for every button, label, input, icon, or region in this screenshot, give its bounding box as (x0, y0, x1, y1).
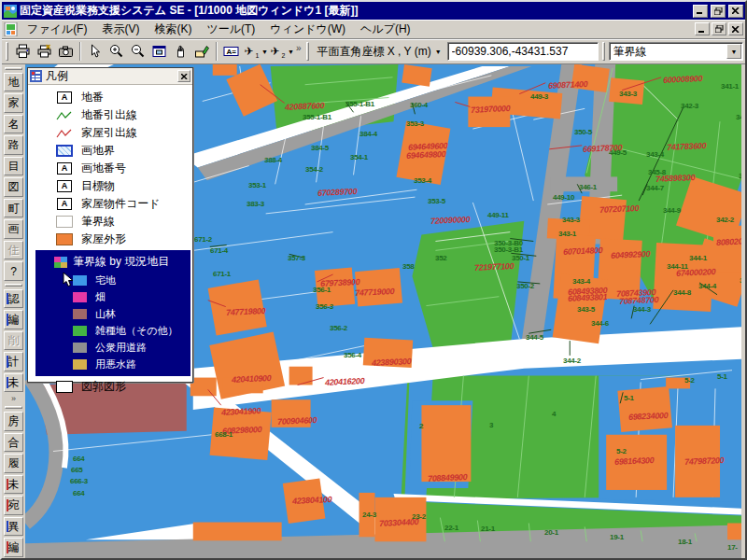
sidebar-button-2-5[interactable]: 異 (4, 517, 23, 537)
minimize-button[interactable] (693, 5, 708, 18)
toolbar-button-fly-to-2[interactable]: ✈2 (268, 41, 289, 62)
legend-item-8[interactable]: 家屋外形 (28, 231, 192, 248)
close-button[interactable] (728, 5, 743, 18)
sidebar-button-2-1[interactable]: 合 (4, 433, 23, 453)
sidebar-button-1-4[interactable]: 未 (4, 373, 23, 393)
menu-item-2[interactable]: 検索(K) (147, 20, 199, 39)
legend-title-bar[interactable]: 凡例 (28, 68, 192, 85)
legend-body: A地番地番引出線家屋引出線画地界A画地番号A目標物A家屋物件コード筆界線家屋外形… (28, 85, 192, 396)
toolbar-button-zoom-in[interactable] (106, 41, 127, 62)
menu-item-5[interactable]: ヘルプ(H) (353, 20, 418, 39)
toolbar-button-fly-to-1[interactable]: ✈1 (242, 41, 263, 62)
map-label: 343-4 (646, 150, 664, 159)
menu-item-1[interactable]: 表示(V) (94, 20, 147, 39)
legend-item-1[interactable]: 地番引出線 (28, 106, 192, 124)
toolbar-button-pan-hand[interactable] (170, 41, 191, 62)
sidebar-button-0-3[interactable]: 路 (4, 135, 23, 155)
restore-button[interactable] (711, 5, 726, 18)
coord-system-dropdown-icon[interactable]: ▼ (435, 49, 442, 55)
menu-item-4[interactable]: ウィンドウ(W) (262, 20, 353, 39)
layer-combobox-arrow-icon[interactable]: ▼ (726, 44, 741, 59)
sidebar-button-0-2[interactable]: 名 (4, 115, 23, 134)
sublegend-entry-3[interactable]: 雑種地（その他） (35, 322, 190, 339)
mdi-restore-button[interactable] (712, 22, 726, 35)
layer-combobox-value: 筆界線 (610, 44, 726, 60)
zigzag-green-icon (56, 109, 73, 121)
mdi-close-button[interactable] (728, 22, 743, 35)
map-viewport[interactable]: 420887600355-1-B1355-1-B1360-4384-4384-5… (25, 64, 745, 558)
legend-list-icon (30, 70, 42, 82)
map-label: 5-2 (684, 376, 695, 385)
coord-value-field[interactable] (447, 42, 599, 61)
toolbar-buttons: A=✈1▼✈2▼ (12, 41, 294, 62)
sidebar-grip[interactable] (5, 284, 22, 287)
coord-panel-grip[interactable] (306, 42, 309, 61)
sublegend-header[interactable]: 筆界線 by 現況地目 (35, 252, 190, 272)
sidebar-button-0-6[interactable]: 町 (4, 199, 23, 218)
toolbar-button-select-arrow[interactable] (84, 41, 106, 62)
map-label: 346-1 (579, 183, 597, 191)
legend-item-5[interactable]: A目標物 (28, 177, 192, 195)
fly-to-2-dropdown-icon[interactable]: ▼ (288, 49, 294, 55)
map-label: 384-4 (359, 130, 377, 138)
sublegend-entry-1[interactable]: 畑 (35, 288, 190, 305)
map-label: 358 (402, 262, 414, 271)
toolbar-overflow-chevron[interactable]: » (296, 43, 302, 53)
map-label: 668-1 (215, 430, 233, 439)
map-label: 344-5 (526, 333, 543, 342)
fly-to-1-dropdown-icon[interactable]: ▼ (261, 49, 268, 55)
legend-item-0[interactable]: A地番 (28, 89, 192, 106)
sidebar-button-2-3[interactable]: 未 (4, 475, 23, 495)
sublegend-entry-4[interactable]: 公衆用道路 (35, 339, 190, 356)
sublegend-entry-5[interactable]: 用悪水路 (35, 356, 190, 372)
toolbar-separator (79, 42, 81, 61)
mdi-minimize-button[interactable] (695, 22, 710, 35)
sidebar-button-1-1[interactable]: 編 (4, 310, 23, 329)
sidebar-button-2-2[interactable]: 履 (4, 454, 23, 473)
sidebar-button-2-4[interactable]: 宛 (4, 496, 23, 515)
sidebar-button-0-4[interactable]: 目 (4, 157, 23, 176)
legend-item-7[interactable]: 筆界線 (28, 213, 192, 231)
sidebar-button-1-3[interactable]: 計 (4, 352, 23, 371)
sidebar-button-0-7[interactable]: 画 (4, 219, 23, 239)
toolbar-grip[interactable] (6, 42, 8, 61)
sublegend-entry-2[interactable]: 山林 (35, 305, 190, 322)
sublegend-entry-label: 畑 (95, 290, 106, 304)
layer-panel-grip[interactable] (602, 42, 605, 61)
sublegend-entry-label: 雑種地（その他） (95, 324, 178, 338)
sublegend-entry-0[interactable]: 宅地 (35, 272, 190, 288)
toolbar-button-edit-map[interactable] (191, 41, 213, 62)
sidebar-button-2-6[interactable]: 編 (4, 538, 23, 557)
toolbar-button-print-setup[interactable] (34, 41, 55, 62)
legend-item-6[interactable]: A家屋物件コード (28, 195, 192, 213)
toolbar-button-camera[interactable] (55, 41, 77, 62)
menu-item-0[interactable]: ファイル(F) (20, 20, 94, 39)
legend-close-button[interactable] (177, 70, 190, 82)
legend-item-footer[interactable]: 図郭図形 (28, 378, 192, 396)
toolbar-button-print[interactable] (12, 41, 34, 62)
sidebar-button-0-1[interactable]: 家 (4, 93, 23, 113)
toolbar-button-label-a[interactable]: A= (220, 41, 242, 62)
legend-item-2[interactable]: 家屋引出線 (28, 124, 192, 142)
sidebar-grip[interactable] (5, 67, 22, 70)
sidebar-grip[interactable] (5, 406, 22, 409)
sidebar-button-1-0[interactable]: 認 (4, 289, 23, 309)
svg-text:1: 1 (256, 52, 260, 59)
toolbar-button-zoom-out[interactable] (127, 41, 148, 62)
menu-item-3[interactable]: ツール(T) (199, 20, 262, 39)
legend-item-3[interactable]: 画地界 (28, 142, 192, 160)
toolbar-button-fit-window[interactable] (148, 41, 170, 62)
legend-panel[interactable]: 凡例 A地番地番引出線家屋引出線画地界A画地番号A目標物A家屋物件コード筆界線家… (27, 67, 193, 383)
map-label: 671-1 (213, 270, 231, 278)
sidebar-button-0-0[interactable]: 地 (4, 73, 23, 92)
map-label: 356-1 (313, 286, 331, 294)
map-label: 344-3 (633, 305, 651, 314)
layer-combobox[interactable]: 筆界線 ▼ (609, 42, 743, 61)
sidebar-more-chevron[interactable]: » (11, 393, 16, 404)
sublegend-entry-label: 山林 (95, 307, 116, 321)
sidebar-button-2-0[interactable]: 房 (4, 412, 23, 431)
sidebar-button-new-search-icon[interactable]: ? (4, 261, 23, 281)
sidebar-button-0-5[interactable]: 図 (4, 177, 23, 197)
legend-item-4[interactable]: A画地番号 (28, 160, 192, 177)
sublegend-title: 筆界線 by 現況地目 (73, 254, 169, 270)
